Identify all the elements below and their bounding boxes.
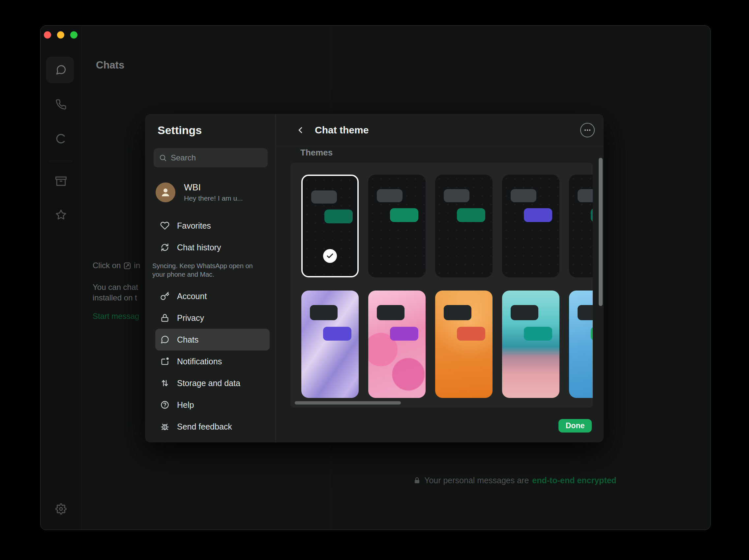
menu-item-label: Send feedback — [177, 422, 232, 431]
close-window-button[interactable] — [44, 31, 51, 39]
theme-card-pink-floral[interactable] — [368, 291, 426, 398]
menu-item-label: Storage and data — [177, 379, 240, 388]
help-icon — [160, 400, 169, 409]
chat-theme-title: Chat theme — [315, 125, 368, 136]
profile-status: Hey there! I am u... — [184, 194, 243, 202]
outgoing-bubble-preview — [524, 327, 552, 341]
avatar — [156, 182, 175, 202]
menu-item-help[interactable]: Help — [155, 394, 270, 416]
minimize-window-button[interactable] — [57, 31, 64, 39]
menu-item-favorites[interactable]: Favorites — [155, 215, 270, 237]
incoming-bubble-preview — [377, 305, 405, 320]
incoming-bubble-preview — [444, 189, 469, 202]
chat-theme-pane: Chat theme Themes — [276, 114, 604, 442]
incoming-bubble-preview — [578, 305, 593, 320]
menu-item-label: Notifications — [177, 357, 222, 366]
outgoing-bubble-preview — [390, 327, 418, 341]
more-options-button[interactable] — [580, 123, 595, 137]
vertical-scrollbar[interactable] — [599, 158, 603, 306]
storage-arrows-icon — [160, 379, 169, 388]
menu-item-label: Chats — [177, 335, 198, 344]
menu-item-chat-history[interactable]: Chat history — [155, 237, 270, 258]
outgoing-bubble-preview — [324, 209, 353, 223]
theme-card-holographic[interactable] — [301, 291, 359, 398]
theme-card-orange[interactable] — [435, 291, 493, 398]
chat-theme-header: Chat theme — [276, 114, 604, 146]
theme-card-dark[interactable] — [435, 175, 493, 277]
menu-item-notifications[interactable]: Notifications — [155, 351, 270, 372]
settings-modal: Settings WBI Hey there! I am u... Favori… — [145, 114, 604, 442]
theme-card-dark-selected[interactable] — [301, 175, 359, 277]
profile-name: WBI — [184, 182, 243, 193]
lock-icon — [160, 313, 169, 322]
menu-item-account[interactable]: Account — [155, 285, 270, 307]
incoming-bubble-preview — [511, 189, 536, 202]
whatsapp-window: Chats Click onin You can chat installed … — [40, 25, 711, 530]
theme-card-dark[interactable] — [368, 175, 426, 277]
outgoing-bubble-preview — [457, 208, 485, 222]
heart-icon — [160, 221, 169, 230]
menu-item-label: Chat history — [177, 243, 221, 252]
incoming-bubble-preview — [311, 191, 337, 204]
incoming-bubble-preview — [310, 305, 338, 320]
menu-item-privacy[interactable]: Privacy — [155, 307, 270, 329]
bug-icon — [160, 422, 169, 431]
search-icon — [159, 154, 167, 162]
chat-bubble-icon — [160, 335, 169, 344]
outgoing-bubble-preview — [524, 208, 552, 222]
sync-note: Syncing. Keep WhatsApp open on your phon… — [152, 262, 268, 279]
theme-card-blue-partial[interactable] — [569, 291, 593, 398]
incoming-bubble-preview — [444, 305, 471, 320]
done-button[interactable]: Done — [558, 419, 592, 432]
search-input[interactable] — [171, 153, 262, 162]
outgoing-bubble-preview — [457, 327, 485, 341]
outgoing-bubble-preview — [390, 208, 418, 222]
horizontal-scrollbar[interactable] — [295, 401, 401, 404]
menu-item-chats[interactable]: Chats — [155, 329, 270, 351]
person-icon — [159, 186, 171, 198]
theme-card-beach[interactable] — [502, 291, 559, 398]
themes-section-label: Themes — [300, 148, 333, 158]
settings-menu: Favorites Chat history Syncing. Keep Wha… — [145, 215, 276, 438]
incoming-bubble-preview — [511, 305, 538, 320]
menu-item-label: Help — [177, 400, 194, 410]
selected-check-badge — [323, 249, 337, 263]
theme-card-dark-purple[interactable] — [502, 175, 559, 277]
menu-item-storage-and-data[interactable]: Storage and data — [155, 372, 270, 394]
menu-item-label: Privacy — [177, 313, 204, 323]
menu-item-send-feedback[interactable]: Send feedback — [155, 416, 270, 438]
theme-card-dark-partial[interactable] — [569, 175, 593, 277]
settings-pane: Settings WBI Hey there! I am u... Favori… — [145, 114, 276, 442]
outgoing-bubble-preview — [323, 327, 351, 341]
themes-grid — [291, 163, 593, 407]
outgoing-bubble-preview — [591, 208, 593, 222]
notification-badge-icon — [160, 357, 169, 366]
profile-row[interactable]: WBI Hey there! I am u... — [156, 182, 268, 202]
incoming-bubble-preview — [578, 189, 593, 202]
chevron-left-icon — [295, 125, 305, 135]
incoming-bubble-preview — [377, 189, 403, 202]
menu-item-label: Account — [177, 292, 207, 301]
settings-title: Settings — [157, 124, 202, 137]
key-icon — [160, 292, 169, 301]
sync-icon — [160, 243, 169, 252]
ellipsis-icon — [583, 126, 592, 134]
zoom-window-button[interactable] — [70, 31, 78, 39]
back-button[interactable] — [294, 124, 306, 136]
check-icon — [326, 252, 334, 260]
outgoing-bubble-preview — [591, 327, 593, 341]
settings-search[interactable] — [154, 148, 268, 167]
menu-item-label: Favorites — [177, 221, 211, 230]
